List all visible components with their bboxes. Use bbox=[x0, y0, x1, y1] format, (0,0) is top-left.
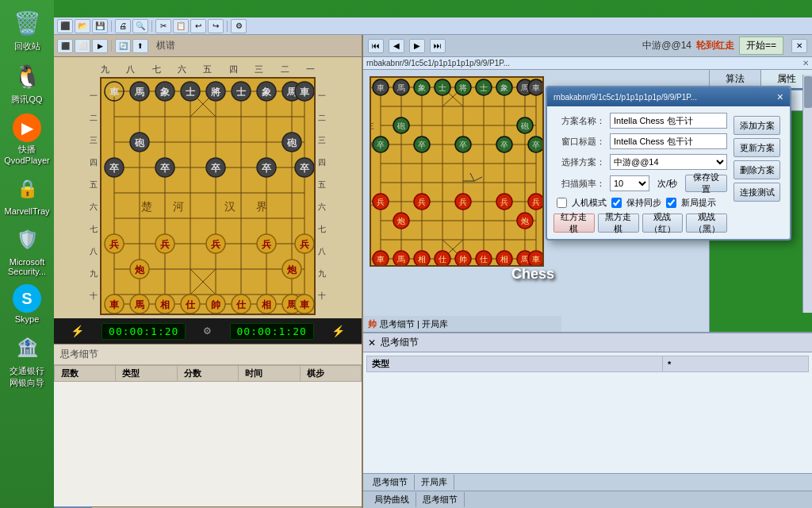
dialog-body: 方案名称： 窗口标题： 选择方案： bbox=[547, 106, 790, 239]
red-move-btn[interactable]: 红方走棋 bbox=[553, 214, 595, 233]
right-close-btn[interactable]: ✕ bbox=[791, 39, 807, 53]
human-machine-checkbox[interactable] bbox=[557, 198, 567, 208]
keep-sync-checkbox[interactable] bbox=[611, 198, 622, 208]
mini-chess-board[interactable]: 車 馬 象 士 将 士 象 bbox=[370, 76, 544, 267]
chess-toolbar-btn4[interactable]: 🔄 bbox=[115, 39, 131, 53]
right-toolbar-prev[interactable]: ◀ bbox=[389, 39, 404, 53]
toolbar-search[interactable]: 🔍 bbox=[132, 19, 148, 33]
rrow-coord-8: 八 bbox=[318, 246, 326, 257]
col-time: 时间 bbox=[239, 366, 300, 382]
dialog-title-text: rnbakabnr/9/1c5c1/p1p1p1p1p/9/9/P1P... bbox=[553, 93, 697, 102]
connect-test-btn[interactable]: 连接测试 bbox=[733, 183, 780, 202]
select-scheme-dropdown[interactable]: 中游@@14 bbox=[610, 154, 727, 170]
checkbox-row: 人机模式 保持同步 新局提示 bbox=[553, 197, 727, 209]
right-content: 車 馬 象 士 将 士 象 bbox=[363, 70, 812, 332]
taskbar-ms-security[interactable]: 🛡️ Microsoft Security... bbox=[5, 221, 49, 279]
taskbar-qvod[interactable]: ▶ 快播 QvodPlayer bbox=[5, 110, 49, 168]
dialog-close-btn[interactable]: × bbox=[777, 90, 783, 103]
toolbar-new[interactable]: ⬛ bbox=[57, 19, 73, 33]
rp-bottom-close[interactable]: ✕ bbox=[368, 337, 376, 348]
chess-toolbar-btn2[interactable]: ⬜ bbox=[75, 39, 90, 53]
new-game-hint-checkbox[interactable] bbox=[666, 198, 676, 208]
scrollbar-thumb[interactable] bbox=[804, 76, 812, 108]
timer-left: 00:00:1:20 bbox=[102, 323, 186, 340]
chess-toolbar-btn5[interactable]: ⬆ bbox=[132, 39, 148, 53]
svg-text:卒: 卒 bbox=[532, 140, 540, 149]
toolbar-save[interactable]: 💾 bbox=[92, 19, 108, 33]
svg-text:卒: 卒 bbox=[459, 140, 467, 149]
toolbar-settings[interactable]: ⚙ bbox=[231, 19, 247, 33]
toolbar-cut[interactable]: ✂ bbox=[155, 19, 171, 33]
delete-scheme-btn[interactable]: 删除方案 bbox=[733, 160, 780, 179]
analysis-header: 思考细节 bbox=[54, 344, 362, 365]
svg-text:車: 車 bbox=[377, 255, 385, 264]
right-bottom-section: ✕ 思考细节 类型 * bbox=[363, 332, 812, 491]
add-scheme-btn[interactable]: 添加方案 bbox=[733, 116, 780, 135]
bottom-tab-analysis[interactable]: 思考细节 bbox=[416, 492, 465, 507]
select-scheme-label: 选择方案： bbox=[553, 156, 605, 168]
toolbar-redo[interactable]: ↪ bbox=[208, 19, 224, 33]
rb-tab-opening[interactable]: 开局库 bbox=[415, 475, 454, 490]
watch-black-btn[interactable]: 观战（黑） bbox=[686, 214, 727, 233]
toolbar-print[interactable]: 🖨 bbox=[115, 19, 131, 33]
right-toolbar-start[interactable]: ⏮ bbox=[368, 39, 384, 53]
timer-left-icon: ⚡ bbox=[71, 325, 84, 337]
svg-text:車: 車 bbox=[109, 87, 120, 98]
svg-text:馬: 馬 bbox=[396, 255, 405, 264]
new-game-hint-label: 新局提示 bbox=[681, 197, 716, 209]
col-score: 分数 bbox=[177, 366, 238, 382]
rb-tab-analysis[interactable]: 思考细节 bbox=[366, 475, 415, 490]
sidebar-scrollbar[interactable] bbox=[802, 75, 812, 313]
toolbar-open[interactable]: 📂 bbox=[75, 19, 90, 33]
svg-text:仕: 仕 bbox=[439, 255, 446, 264]
save-settings-btn[interactable]: 保存设置 bbox=[685, 175, 727, 192]
watch-red-btn[interactable]: 观战（红） bbox=[642, 214, 684, 233]
svg-text:兵: 兵 bbox=[160, 239, 170, 250]
taskbar-qq[interactable]: 🐧 腾讯QQ bbox=[5, 57, 49, 109]
svg-text:汉: 汉 bbox=[224, 201, 236, 213]
scan-freq-label: 扫描频率： bbox=[553, 178, 605, 190]
dialog-right-btns: 添加方案 更新方案 删除方案 连接测试 bbox=[730, 113, 783, 233]
svg-text:相: 相 bbox=[159, 299, 170, 310]
rrow-coord-7: 七 bbox=[318, 224, 326, 235]
qvod-icon: ▶ bbox=[13, 114, 41, 142]
taskbar-recycle-bin[interactable]: 🗑️ 回收站 bbox=[5, 4, 49, 56]
recycle-bin-icon: 🗑️ bbox=[11, 7, 43, 39]
svg-text:車: 車 bbox=[300, 87, 310, 98]
taskbar-traffic-bank[interactable]: 🏦 交通银行网银向导 bbox=[5, 329, 49, 392]
scan-freq-select[interactable]: 10 bbox=[610, 175, 649, 191]
rrow-coord-9: 九 bbox=[318, 268, 326, 279]
fen-text: rnbakabnr/9/1c5c1/p1p1p1p1p/9/9/P1P... bbox=[366, 59, 510, 67]
svg-text:卒: 卒 bbox=[500, 140, 508, 149]
col-moves: 棋步 bbox=[300, 366, 361, 382]
taskbar-skype[interactable]: S Skype bbox=[5, 281, 49, 327]
timer-settings-icon[interactable]: ⚙ bbox=[203, 325, 212, 337]
right-toolbar-end[interactable]: ⏭ bbox=[430, 39, 446, 53]
svg-text:兵: 兵 bbox=[109, 239, 120, 250]
window-title-input[interactable] bbox=[610, 133, 727, 149]
row-coord-5: 五 bbox=[90, 179, 98, 190]
dialog-action-buttons: 红方走棋 黑方走棋 观战（红） 观战（黑） bbox=[553, 214, 727, 233]
fen-close[interactable]: ✕ bbox=[802, 59, 809, 67]
black-move-btn[interactable]: 黑方走棋 bbox=[598, 214, 639, 233]
svg-text:兵: 兵 bbox=[459, 198, 467, 206]
toolbar-undo[interactable]: ↩ bbox=[190, 19, 206, 33]
taskbar-marvell[interactable]: 🔒 MarvellTray bbox=[5, 170, 49, 219]
toolbar-copy[interactable]: 📋 bbox=[173, 19, 189, 33]
chess-toolbar-btn1[interactable]: ⬛ bbox=[57, 39, 73, 53]
svg-text:兵: 兵 bbox=[211, 239, 221, 250]
bottom-tab-curve[interactable]: 局势曲线 bbox=[368, 492, 416, 507]
toolbar-sep2 bbox=[151, 21, 152, 32]
svg-text:車: 車 bbox=[532, 255, 540, 264]
update-scheme-btn[interactable]: 更新方案 bbox=[733, 138, 780, 157]
svg-text:車: 車 bbox=[300, 299, 310, 310]
scheme-name-input[interactable] bbox=[610, 113, 727, 129]
coord-8: 八 bbox=[120, 64, 142, 75]
chess-toolbar-btn3[interactable]: ▶ bbox=[92, 39, 108, 53]
start-btn[interactable]: 开始== bbox=[739, 37, 783, 55]
right-toolbar-next[interactable]: ▶ bbox=[409, 39, 425, 53]
svg-text:馬: 馬 bbox=[134, 299, 144, 310]
row-coord-4: 四 bbox=[90, 157, 98, 168]
svg-text:砲: 砲 bbox=[134, 137, 145, 148]
chess-board-svg[interactable]: 楚 河 汉 界 車 馬 bbox=[100, 77, 316, 315]
